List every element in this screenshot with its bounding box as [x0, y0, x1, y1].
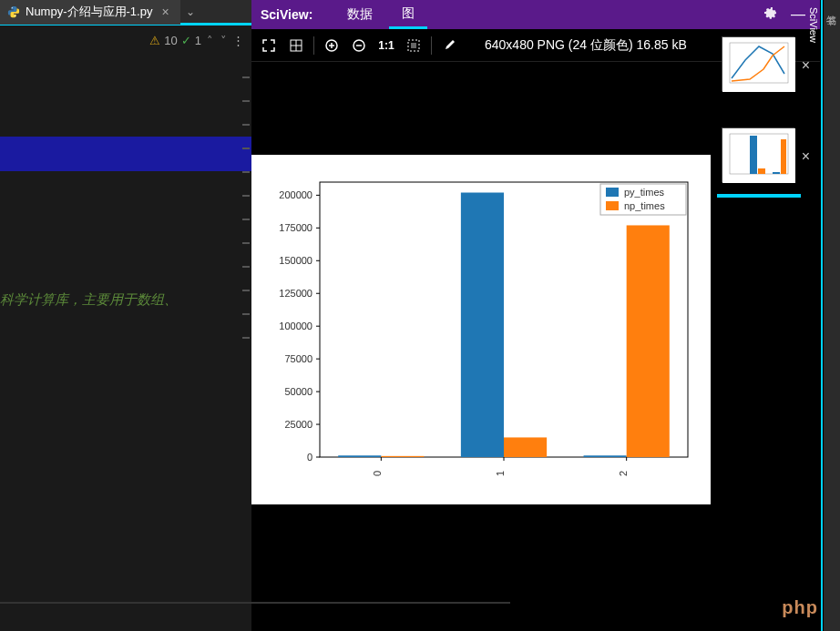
watermark: php	[782, 597, 818, 618]
sciview-pane: SciView: 数据 图 — 1:1 640x480 PNG (24 位颜色	[251, 0, 820, 631]
svg-rect-6	[411, 43, 416, 48]
check-count: 1	[195, 34, 201, 47]
svg-rect-47	[750, 136, 757, 174]
vert-tab-bookmarks[interactable]: 书签	[823, 0, 840, 631]
svg-text:200000: 200000	[279, 189, 312, 200]
inspection-bar: ⚠ 10 ✓ 1 ˄ ˅ ⋮	[0, 25, 251, 55]
right-toolwindow-bar: 书签 SciView	[824, 0, 840, 631]
one-to-one-icon[interactable]: 1:1	[376, 36, 396, 56]
svg-rect-39	[606, 188, 619, 197]
editor-tab-row: Numpy-介绍与应用-1.py × ⌄	[0, 0, 251, 25]
svg-rect-30	[461, 193, 504, 457]
svg-rect-50	[781, 139, 786, 174]
chevron-up-icon[interactable]: ˄	[205, 34, 215, 47]
close-icon[interactable]: ×	[158, 5, 172, 19]
gear-icon[interactable]	[756, 5, 782, 24]
more-icon[interactable]: ⋮	[232, 34, 244, 47]
tab-data[interactable]: 数据	[334, 0, 385, 29]
vert-tab-sciview[interactable]: SciView	[806, 0, 823, 631]
svg-text:50000: 50000	[284, 386, 312, 397]
svg-rect-27	[381, 456, 424, 457]
svg-text:25000: 25000	[284, 419, 312, 430]
image-info: 640x480 PNG (24 位颜色) 16.85 kB	[485, 37, 687, 54]
file-tab-label: Numpy-介绍与应用-1.py	[26, 4, 152, 20]
grid-icon[interactable]	[286, 36, 306, 56]
thumbnail-0[interactable]: ×	[722, 36, 794, 91]
svg-text:np_times: np_times	[624, 200, 665, 211]
sciview-title: SciView:	[261, 7, 312, 22]
svg-text:175000: 175000	[279, 222, 312, 233]
editor-body[interactable]: 科学计算库，主要用于数组、	[0, 55, 251, 583]
svg-point-1	[15, 15, 15, 15]
chevron-down-icon[interactable]: ⌄	[180, 5, 200, 18]
editor-pane: Numpy-介绍与应用-1.py × ⌄ ⚠ 10 ✓ 1 ˄ ˅ ⋮ 科学计算…	[0, 0, 251, 631]
warning-count: 10	[164, 34, 177, 47]
svg-text:0: 0	[372, 471, 383, 476]
svg-rect-31	[504, 437, 547, 457]
file-tab[interactable]: Numpy-介绍与应用-1.py ×	[0, 0, 180, 25]
svg-text:150000: 150000	[279, 255, 312, 266]
svg-text:2: 2	[618, 471, 629, 476]
svg-rect-48	[758, 168, 765, 174]
svg-text:100000: 100000	[279, 321, 312, 331]
color-picker-icon[interactable]	[439, 36, 459, 56]
bottom-bar: php	[0, 584, 840, 631]
svg-rect-35	[627, 225, 670, 457]
svg-text:py_times: py_times	[624, 187, 665, 198]
code-comment: 科学计算库，主要用于数组、	[0, 291, 178, 309]
fullscreen-icon[interactable]	[259, 36, 279, 56]
zoom-in-icon[interactable]	[322, 36, 342, 56]
warning-icon[interactable]: ⚠	[149, 34, 160, 47]
tab-plots[interactable]: 图	[389, 0, 427, 29]
thumbnail-1[interactable]: ×	[722, 127, 794, 182]
check-icon[interactable]: ✓	[181, 34, 191, 47]
thumbnail-column: × ×	[722, 36, 805, 219]
marker-gutter	[241, 55, 251, 546]
svg-rect-41	[606, 201, 619, 210]
svg-text:125000: 125000	[279, 288, 312, 299]
bar-chart: 0250005000075000100000125000150000175000…	[251, 155, 711, 504]
svg-rect-49	[773, 172, 780, 174]
svg-text:75000: 75000	[284, 353, 312, 364]
zoom-out-icon[interactable]	[349, 36, 369, 56]
python-icon	[7, 5, 20, 18]
svg-text:0: 0	[307, 452, 312, 463]
fit-icon[interactable]	[404, 36, 424, 56]
svg-point-0	[12, 7, 13, 8]
svg-rect-26	[338, 455, 381, 457]
selection-highlight	[0, 137, 251, 171]
svg-text:1: 1	[495, 471, 506, 476]
svg-rect-43	[722, 37, 795, 92]
sciview-header: SciView: 数据 图 —	[251, 0, 820, 29]
chevron-down-icon[interactable]: ˅	[219, 34, 229, 47]
plot-area[interactable]: 0250005000075000100000125000150000175000…	[251, 155, 711, 504]
svg-rect-34	[584, 455, 627, 457]
